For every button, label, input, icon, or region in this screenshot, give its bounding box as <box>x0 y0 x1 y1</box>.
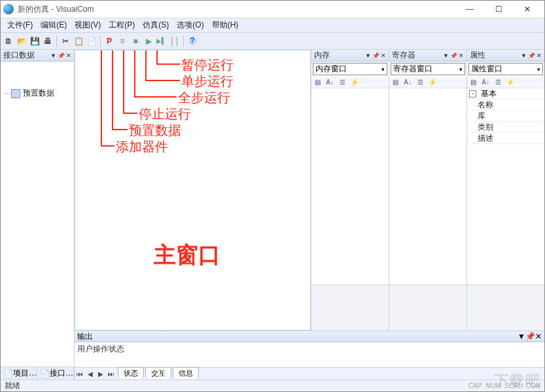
tab-status[interactable]: 状态 <box>118 367 144 379</box>
watermark: 下载吧 <box>494 371 541 391</box>
dropdown-icon[interactable]: ▼ <box>365 52 371 59</box>
close-icon[interactable]: ✕ <box>381 52 386 59</box>
save-button[interactable]: 💾 <box>29 35 41 47</box>
lightning-icon[interactable]: ⚡ <box>350 78 359 87</box>
reg-panel-header: 寄存器 ▼📌✕ <box>389 50 466 62</box>
next-button[interactable]: ▶ <box>96 370 106 378</box>
sort-icon[interactable]: A↓ <box>403 78 412 87</box>
step-icon: ▶▍ <box>156 38 167 45</box>
dotted-icon: ⋯ <box>3 89 11 98</box>
prop-group-basic[interactable]: -基本 <box>467 88 544 99</box>
tab-interact[interactable]: 交互 <box>145 367 171 379</box>
paste-icon: 📄 <box>87 37 97 45</box>
help-button[interactable]: ? <box>186 35 198 47</box>
menubar: 文件(F) 编辑(E) 视图(V) 工程(P) 仿真(S) 选项(O) 帮助(H… <box>1 18 544 33</box>
separator <box>100 35 101 47</box>
sort-icon[interactable]: A↓ <box>325 78 334 87</box>
close-button[interactable]: ✕ <box>513 1 542 18</box>
add-device-button[interactable]: P <box>103 35 115 47</box>
menu-view[interactable]: 视图(V) <box>71 18 105 32</box>
pause-icon: ││ <box>170 37 180 45</box>
dropdown-icon[interactable]: ▼ <box>50 52 56 59</box>
mem-panel-header: 内存 ▼📌✕ <box>311 50 389 62</box>
prop-body: -基本 名称 库 类别 描述 <box>467 88 544 285</box>
reg-panel-title: 寄存器 <box>392 50 415 61</box>
last-button[interactable]: ⏭ <box>106 370 116 378</box>
paste-button[interactable]: 📄 <box>86 35 97 47</box>
anno-stop: 停止运行 <box>139 105 191 123</box>
cap-indicator: CAP <box>468 382 482 389</box>
minimize-button[interactable]: — <box>455 1 484 18</box>
anno-step: 单步运行 <box>181 73 234 90</box>
dropdown-icon[interactable]: ▼ <box>521 52 527 59</box>
anno-pause: 暂停运行 <box>181 56 234 74</box>
prev-button[interactable]: ◀ <box>85 370 96 378</box>
reg-preview <box>389 285 466 330</box>
maximize-button[interactable]: ☐ <box>484 1 513 18</box>
prop-preview <box>467 285 544 330</box>
categorize-icon[interactable]: ▤ <box>391 78 400 87</box>
menu-sim[interactable]: 仿真(S) <box>139 18 173 32</box>
anno-preset: 预置数据 <box>129 122 181 139</box>
reg-dropdown[interactable]: 寄存器窗口▾ <box>391 63 465 75</box>
close-icon[interactable]: ✕ <box>66 52 71 59</box>
pin-icon[interactable]: 📌 <box>528 52 535 59</box>
menu-edit[interactable]: 编辑(E) <box>37 18 71 32</box>
pin-icon[interactable]: 📌 <box>525 332 535 341</box>
tab-project[interactable]: 📄项目… <box>1 367 37 380</box>
copy-button[interactable]: 📋 <box>73 35 84 47</box>
lightning-icon[interactable]: ⚡ <box>506 78 515 87</box>
tab-port[interactable]: 📄接口… <box>37 367 74 380</box>
prop-row-lib[interactable]: 库 <box>467 111 544 122</box>
copy-icon: 📋 <box>74 37 84 45</box>
pause-button[interactable]: ││ <box>169 35 181 47</box>
menu-help[interactable]: 帮助(H) <box>208 18 243 32</box>
tree-item-preset[interactable]: ⋯ 预置数据 <box>3 88 71 99</box>
cut-icon: ✂ <box>62 37 69 45</box>
menu-file[interactable]: 文件(F) <box>3 18 37 32</box>
pin-icon[interactable]: 📌 <box>450 52 457 59</box>
first-button[interactable]: ⏮ <box>75 370 85 378</box>
prop-row-name[interactable]: 名称 <box>467 99 544 111</box>
collapse-icon[interactable]: - <box>469 90 476 98</box>
output-body: 用户操作状态 <box>75 342 544 367</box>
cut-button[interactable]: ✂ <box>60 35 71 47</box>
prop-dropdown[interactable]: 属性窗口▾ <box>468 63 543 75</box>
dropdown-icon[interactable]: ▼ <box>518 332 525 341</box>
preset-data-button[interactable]: ≡ <box>116 35 128 47</box>
prop-panel-title: 属性 <box>470 50 485 61</box>
categorize-icon[interactable]: ▤ <box>468 78 478 87</box>
page-icon[interactable]: ☰ <box>493 78 502 87</box>
mem-dropdown[interactable]: 内存窗口▾ <box>313 63 387 75</box>
open-button[interactable]: 📂 <box>16 35 27 47</box>
run-all-button[interactable]: ▶ <box>143 35 154 47</box>
tab-info[interactable]: 信息 <box>173 367 199 379</box>
pin-icon[interactable]: 📌 <box>58 52 65 59</box>
categorize-icon[interactable]: ▤ <box>313 78 322 87</box>
left-panel-header: 接口数据 ▼ 📌 ✕ <box>1 50 74 62</box>
window-title: 新的仿真 - VisualCom <box>18 4 455 15</box>
stop-button[interactable]: ■ <box>130 35 141 47</box>
menu-project[interactable]: 工程(P) <box>105 18 139 32</box>
prop-row-cat[interactable]: 类别 <box>467 122 544 133</box>
menu-options[interactable]: 选项(O) <box>173 18 207 32</box>
play-icon: ▶ <box>146 37 152 45</box>
chevron-down-icon: ▾ <box>459 66 463 73</box>
prop-row-desc[interactable]: 描述 <box>467 133 544 144</box>
lightning-icon[interactable]: ⚡ <box>428 78 437 87</box>
close-icon[interactable]: ✕ <box>459 52 464 59</box>
close-icon[interactable]: ✕ <box>536 52 542 59</box>
print-button[interactable]: 🖶 <box>42 35 54 47</box>
pin-icon[interactable]: 📌 <box>372 52 379 59</box>
main-canvas[interactable]: 暂停运行 单步运行 全步运行 停止运行 预置数据 添加器件 主窗口 <box>75 50 311 330</box>
anno-mainwindow: 主窗口 <box>154 240 220 270</box>
sort-icon[interactable]: A↓ <box>481 78 490 87</box>
close-icon[interactable]: ✕ <box>535 332 542 341</box>
annotation-lines <box>75 50 324 221</box>
page-icon[interactable]: ☰ <box>338 78 347 87</box>
new-button[interactable]: 🗎 <box>3 35 14 47</box>
folder-icon: 📂 <box>17 37 27 45</box>
page-icon[interactable]: ☰ <box>415 78 425 87</box>
step-button[interactable]: ▶▍ <box>156 35 167 47</box>
dropdown-icon[interactable]: ▼ <box>443 52 449 59</box>
